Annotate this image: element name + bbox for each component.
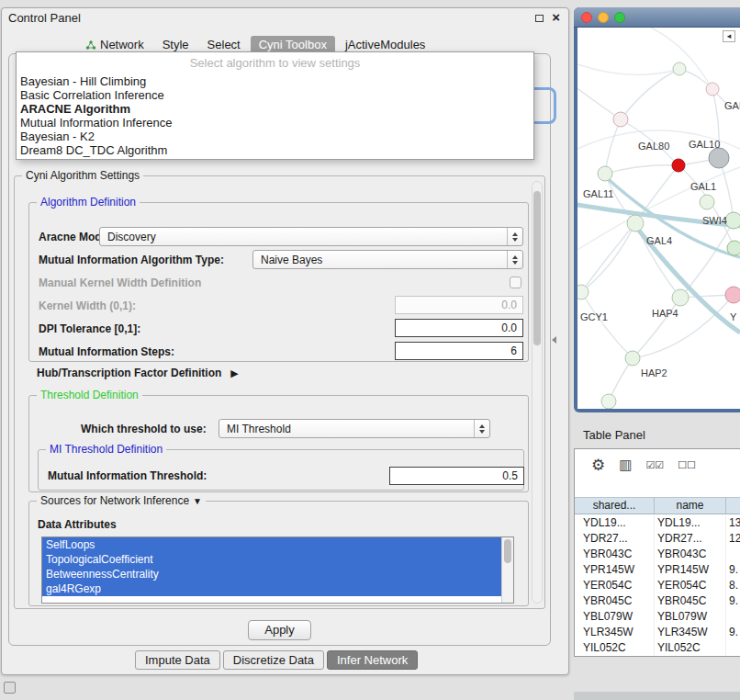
- attribute-item[interactable]: BetweennessCentrality: [42, 567, 501, 581]
- kernel-width-field[interactable]: 0.0: [395, 296, 523, 314]
- table-row[interactable]: YLR345WYLR345W9.: [575, 625, 740, 640]
- algorithm-option[interactable]: Bayesian - K2: [19, 130, 531, 143]
- dock-panel-icon[interactable]: [4, 682, 16, 694]
- network-node[interactable]: [709, 148, 729, 168]
- algorithm-option[interactable]: Bayesian - Hill Climbing: [19, 74, 531, 88]
- network-node[interactable]: [598, 166, 612, 181]
- settings-scrollbar[interactable]: [532, 181, 543, 604]
- network-node[interactable]: [727, 241, 740, 255]
- algorithm-option[interactable]: Dream8 DC_TDC Algorithm: [19, 143, 531, 157]
- algorithm-option[interactable]: Mutual Information Inference: [19, 116, 531, 130]
- table-row[interactable]: YBR043CYBR043C: [575, 547, 740, 562]
- apply-button[interactable]: Apply: [248, 620, 311, 640]
- mi-steps-label: Mutual Information Steps:: [39, 345, 174, 358]
- collapse-arrow-icon[interactable]: ▼: [193, 496, 202, 506]
- scrollbar-thumb[interactable]: [533, 191, 541, 345]
- panel-splitter-arrow[interactable]: [552, 336, 556, 344]
- mi-steps-field[interactable]: 6: [395, 342, 523, 360]
- which-threshold-label: Which threshold to use:: [81, 423, 207, 435]
- column-header[interactable]: name: [655, 498, 726, 514]
- mi-type-select[interactable]: Naive Bayes: [252, 250, 523, 269]
- list-scrollbar[interactable]: [501, 537, 513, 603]
- manual-kernel-checkbox[interactable]: [510, 277, 521, 288]
- which-threshold-select[interactable]: MI Threshold: [219, 419, 490, 438]
- table-row[interactable]: YDR27...YDR27...12: [575, 531, 740, 547]
- spinner-arrows-icon: [507, 228, 522, 245]
- network-node[interactable]: [725, 287, 740, 303]
- node-label: GCY1: [580, 311, 608, 322]
- algorithm-popup-list: Bayesian - Hill ClimbingBasic Correlatio…: [19, 74, 531, 157]
- column-header[interactable]: shared...: [575, 498, 655, 514]
- network-node[interactable]: [625, 351, 640, 366]
- table-cell: YLR345W: [575, 625, 655, 640]
- dpi-tolerance-field[interactable]: 0.0: [395, 319, 523, 337]
- control-panel-titlebar[interactable]: Control Panel ×: [2, 8, 568, 28]
- expand-arrow-icon[interactable]: ▶: [230, 367, 238, 378]
- columns-icon[interactable]: ▥: [619, 457, 632, 473]
- algorithm-placeholder: Select algorithm to view settings: [17, 56, 533, 70]
- network-window-titlebar[interactable]: [574, 7, 740, 28]
- which-threshold-value: MI Threshold: [227, 423, 291, 435]
- select-all-icon[interactable]: ☑☑: [645, 459, 664, 471]
- collapse-view-button[interactable]: ◂: [723, 30, 735, 42]
- mi-threshold-group: MI Threshold Definition Mutual Informati…: [38, 449, 524, 491]
- threshold-definition-title: Threshold Definition: [37, 389, 142, 401]
- mi-threshold-field[interactable]: 0.5: [389, 467, 524, 485]
- sources-group-title: Sources for Network Inference▼: [37, 494, 206, 507]
- bottom-tab-infer-network[interactable]: Infer Network: [327, 650, 418, 670]
- table-row[interactable]: YPR145WYPR145W9.: [575, 562, 740, 578]
- node-label: GAL80: [638, 141, 669, 152]
- table-cell: YIL052C: [575, 640, 655, 656]
- data-attributes-listbox: SelfLoopsTopologicalCoefficientBetweenne…: [41, 536, 514, 604]
- node-label: Y: [730, 311, 737, 322]
- table-cell: YPR145W: [575, 562, 655, 578]
- aracne-mode-select[interactable]: Discovery: [99, 227, 523, 246]
- table-cell: YDL19...: [655, 515, 726, 531]
- network-node[interactable]: [700, 195, 714, 209]
- gear-icon[interactable]: ⚙: [591, 456, 605, 475]
- table-row[interactable]: YBR045CYBR045C9.: [575, 593, 740, 609]
- manual-kernel-label: Manual Kernel Width Definition: [39, 277, 201, 289]
- network-node[interactable]: [577, 285, 589, 299]
- network-node[interactable]: [706, 83, 719, 96]
- hub-definition-toggle[interactable]: Hub/Transcription Factor Definition▶: [37, 367, 239, 379]
- algorithm-option[interactable]: Basic Correlation Inference: [19, 88, 531, 102]
- network-canvas[interactable]: GAL80GAL10GAL11GAL1SWI4GAL4GCY1HAP4HAP2G…: [577, 28, 740, 409]
- table-cell: YBL079W: [655, 609, 726, 625]
- table-panel-title: Table Panel: [583, 428, 645, 442]
- network-node[interactable]: [672, 289, 689, 306]
- table-cell: 9.: [726, 562, 740, 578]
- table-row[interactable]: YER054CYER054C8.: [575, 578, 740, 593]
- column-header[interactable]: [726, 498, 740, 514]
- network-node[interactable]: [627, 215, 644, 231]
- cyni-algorithm-settings-group: Cyni Algorithm Settings Algorithm Defini…: [14, 175, 545, 609]
- table-row[interactable]: YIL052CYIL052C: [575, 640, 740, 656]
- close-icon[interactable]: ×: [552, 9, 560, 25]
- node-label: GAL11: [583, 188, 613, 199]
- close-traffic-light[interactable]: [581, 12, 592, 23]
- network-node[interactable]: [673, 62, 686, 75]
- network-edge: [581, 292, 633, 358]
- network-node[interactable]: [672, 159, 685, 172]
- network-node[interactable]: [725, 212, 740, 229]
- algorithm-option[interactable]: ARACNE Algorithm: [19, 102, 531, 116]
- network-edge: [581, 223, 635, 292]
- network-node[interactable]: [601, 394, 616, 409]
- status-strip: [574, 692, 740, 700]
- attribute-item[interactable]: gal4RGexp: [42, 581, 501, 596]
- table-row[interactable]: YBL079WYBL079W: [575, 609, 740, 625]
- minimize-traffic-light[interactable]: [598, 12, 609, 23]
- network-node[interactable]: [613, 112, 628, 127]
- table-panel-window: ⚙▥☑☑☐☐ shared...name YDL19...YDL19...13Y…: [574, 448, 740, 657]
- attribute-item[interactable]: TopologicalCoefficient: [42, 552, 501, 567]
- float-window-icon[interactable]: [535, 15, 544, 22]
- scrollbar-thumb[interactable]: [504, 539, 511, 563]
- zoom-traffic-light[interactable]: [614, 12, 625, 23]
- attribute-item[interactable]: SelfLoops: [42, 537, 501, 552]
- table-row[interactable]: YDL19...YDL19...13: [575, 515, 740, 531]
- algorithm-definition-group: Algorithm Definition Aracne Mode: Discov…: [28, 202, 529, 362]
- bottom-tab-impute-data[interactable]: Impute Data: [135, 650, 220, 670]
- deselect-all-icon[interactable]: ☐☐: [678, 459, 696, 471]
- bottom-tab-discretize-data[interactable]: Discretize Data: [223, 650, 324, 670]
- mi-type-label: Mutual Information Algorithm Type:: [39, 254, 224, 266]
